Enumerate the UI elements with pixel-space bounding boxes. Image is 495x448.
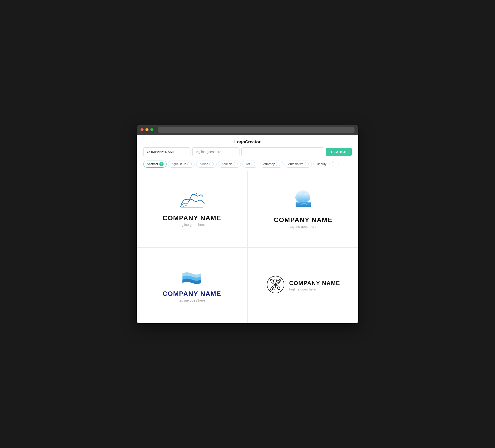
svg-point-8: [295, 193, 304, 202]
svg-point-3: [196, 193, 196, 193]
logo-card-3[interactable]: COMPANY NAME tagline goes here: [137, 248, 247, 323]
filter-label-beauty: Beauty: [317, 162, 326, 166]
logo-3-tagline: tagline goes here: [179, 298, 205, 302]
svg-rect-10: [296, 202, 311, 207]
filter-chip-airline[interactable]: Airline: [196, 161, 217, 168]
check-icon-agriculture: [187, 162, 192, 166]
filter-chip-beauty[interactable]: Beauty: [313, 161, 329, 167]
svg-point-2: [197, 194, 198, 195]
close-button[interactable]: [140, 128, 144, 131]
logo-card-4[interactable]: COMPANY NAME tagline goes here: [248, 248, 358, 323]
maximize-button[interactable]: [150, 128, 153, 131]
filter-chip-animals[interactable]: Animals: [218, 161, 241, 168]
filter-bar: Abstract ✓ Agriculture Airline Animals A…: [137, 161, 358, 171]
app-title: LogoCreator: [137, 135, 358, 147]
filter-label-airline: Airline: [200, 162, 208, 166]
filter-chip-attorney[interactable]: Attorney: [260, 161, 283, 168]
minimize-button[interactable]: [145, 128, 149, 131]
logo-grid: COMPANY NAME tagline goes here: [137, 171, 358, 323]
check-icon-automotive: [304, 162, 309, 166]
browser-titlebar: [137, 125, 358, 135]
filter-label-automotive: Automotive: [288, 162, 303, 166]
logo-4-text-block: COMPANY NAME tagline goes here: [289, 280, 340, 291]
logo-4-tagline: tagline goes here: [289, 287, 340, 291]
logo-2-company: COMPANY NAME: [274, 216, 333, 224]
extra-input[interactable]: [241, 147, 324, 156]
search-button[interactable]: SEARCH: [326, 148, 352, 156]
logo-card-2[interactable]: COMPANY NAME tagline goes here: [248, 171, 358, 247]
tagline-input[interactable]: [192, 147, 239, 156]
logo-1-company: COMPANY NAME: [163, 214, 221, 222]
search-bar: SEARCH: [137, 147, 358, 161]
flat-waves-icon: [181, 269, 203, 286]
company-name-input[interactable]: [143, 147, 191, 156]
iceberg-icon: [291, 190, 315, 212]
logo-card-1[interactable]: COMPANY NAME tagline goes here: [137, 171, 247, 247]
filter-label-animals: Animals: [221, 162, 233, 166]
logo-3-company: COMPANY NAME: [163, 290, 221, 298]
svg-point-5: [186, 205, 186, 206]
check-icon-attorney: [276, 162, 280, 166]
filter-label-attorney: Attorney: [263, 162, 275, 166]
url-bar: [158, 127, 355, 133]
wave-outline-icon: [179, 192, 205, 210]
svg-point-9: [303, 193, 310, 202]
filter-chip-agriculture[interactable]: Agriculture: [168, 161, 195, 168]
filter-label-art: Art: [246, 162, 250, 166]
filter-chip-art[interactable]: Art: [242, 161, 258, 168]
check-icon-animals: [234, 162, 238, 166]
svg-point-6: [183, 206, 184, 207]
check-icon-abstract: ✓: [159, 162, 164, 166]
logo-2-tagline: tagline goes here: [290, 225, 316, 228]
filter-next-button[interactable]: →: [332, 161, 339, 168]
filter-chip-abstract[interactable]: Abstract ✓: [143, 161, 167, 168]
svg-point-12: [274, 283, 277, 286]
app-content: LogoCreator SEARCH Abstract ✓ Agricultur…: [137, 135, 358, 323]
filter-chip-automotive[interactable]: Automotive: [285, 161, 312, 168]
svg-point-1: [196, 193, 197, 194]
browser-window: LogoCreator SEARCH Abstract ✓ Agricultur…: [137, 125, 358, 323]
ornament-icon: [266, 275, 285, 295]
check-icon-airline: [209, 162, 214, 166]
filter-label-abstract: Abstract: [147, 162, 158, 166]
logo-4-company: COMPANY NAME: [289, 280, 340, 286]
check-icon-art: [251, 162, 255, 166]
logo-1-tagline: tagline goes here: [179, 223, 205, 227]
filter-label-agriculture: Agriculture: [172, 162, 186, 166]
